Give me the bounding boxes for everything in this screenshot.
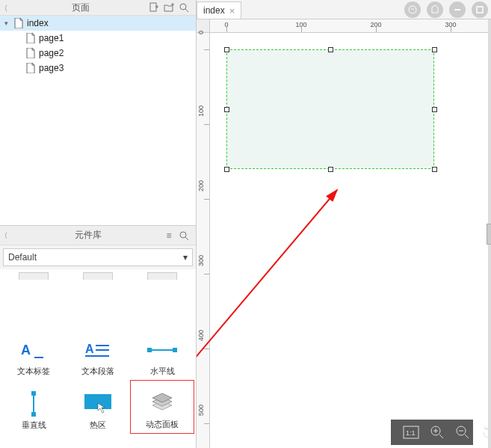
page-icon [25,63,36,73]
page-label: page1 [39,33,64,43]
svg-text:1:1: 1:1 [406,429,416,437]
text-label-icon: A [19,337,49,363]
tab-label: index [203,5,225,16]
editor-tabs: index × [197,0,491,19]
svg-rect-15 [147,348,152,352]
resize-handle[interactable] [328,47,333,52]
widget-text-paragraph[interactable]: A 文本段落 [66,326,130,380]
svg-line-41 [439,435,443,438]
library-selected-label: Default [8,252,37,263]
canvas[interactable]: 0100200300 0100200300400500 [197,19,491,448]
svg-point-7 [180,232,186,238]
tree-row-page1[interactable]: page1 [0,31,196,46]
add-folder-icon[interactable] [161,0,176,15]
h-line-icon [147,337,177,363]
resize-handle[interactable] [432,107,437,112]
collapse-icon[interactable]: ⟨ [4,231,15,239]
svg-text:A: A [85,343,94,355]
page-icon [13,18,24,28]
tree-row-page2[interactable]: page2 [0,46,196,61]
zoom-actual-button[interactable]: 1:1 [403,423,419,441]
close-tab-icon[interactable]: × [229,5,235,16]
tab-index[interactable]: index × [197,1,241,19]
collapse-icon[interactable]: ⟨ [4,4,15,12]
ruler-horizontal[interactable]: 0100200300 [210,19,491,33]
zoom-toolbar: 1:1 [391,420,473,445]
selected-widget[interactable] [226,49,434,169]
search-pages-icon[interactable] [176,0,191,15]
repeater-icon [83,445,113,448]
pages-tree[interactable]: ▾ index page1 page2 page3 [0,16,196,225]
widget-dynamic-panel[interactable]: 动态面板 [130,380,194,434]
resize-handle[interactable] [224,167,229,172]
widget-iframe[interactable]: 内联框架 [1,434,66,448]
svg-rect-17 [173,348,177,352]
tree-row-page3[interactable]: page3 [0,61,196,76]
svg-point-5 [180,4,186,10]
page-icon [25,48,36,58]
library-menu-icon[interactable]: ≡ [161,228,176,243]
widget-text-label[interactable]: A 文本标签 [1,326,66,380]
svg-line-8 [185,237,188,240]
add-page-icon[interactable] [146,0,161,15]
library-panel-header: ⟨ 元件库 ≡ [0,226,196,245]
resize-handle[interactable] [328,167,333,172]
svg-text:A: A [21,343,31,358]
refresh-button[interactable] [481,423,491,441]
tree-row-index[interactable]: ▾ index [0,16,196,31]
library-panel: ⟨ 元件库 ≡ Default ▾ A 文本标签 A 文本段落 [0,225,196,448]
resize-handle[interactable] [432,167,437,172]
page-label: page3 [39,63,64,73]
widget-h-line[interactable]: 水平线 [130,326,194,380]
svg-rect-20 [31,412,36,417]
expand-icon[interactable]: ▾ [4,19,13,27]
pages-panel-header: ⟨ 页面 [0,0,196,16]
svg-line-45 [465,435,469,438]
minimize-icon[interactable] [449,1,466,18]
pages-panel-title: 页面 [15,1,146,14]
widget-hotspot[interactable]: 热区 [66,380,130,434]
svg-line-6 [185,9,188,12]
annotation-arrow [197,168,359,392]
ruler-vertical[interactable]: 0100200300400500 [197,33,210,448]
library-panel-title: 元件库 [15,229,161,242]
v-line-icon [19,391,49,417]
stage[interactable] [210,33,491,448]
widget-repeater[interactable]: 中继器 [66,434,130,448]
zoom-out-button[interactable] [455,423,470,441]
zoom-in-button[interactable] [430,423,445,441]
chevron-down-icon: ▾ [183,252,188,263]
text-paragraph-icon: A [83,337,113,363]
widget-row-cut [1,272,194,280]
widget-grid: A 文本标签 A 文本段落 水平线 垂直线 热区 [0,269,196,448]
search-library-icon[interactable] [176,228,191,243]
page-icon [25,33,36,43]
resize-handle[interactable] [224,107,229,112]
library-select[interactable]: Default ▾ [3,248,193,266]
resize-handle[interactable] [432,47,437,52]
split-handle[interactable] [488,19,491,448]
svg-rect-0 [150,3,156,11]
page-label: index [27,18,49,28]
page-label: page2 [39,48,64,58]
svg-line-37 [197,190,337,384]
widget-v-line[interactable]: 垂直线 [1,380,66,434]
svg-rect-36 [477,7,483,13]
maximize-icon[interactable] [472,1,488,18]
preview-icon[interactable] [404,1,421,18]
dynamic-panel-icon [147,390,177,416]
share-icon[interactable] [427,1,443,18]
svg-rect-18 [31,391,36,396]
hotspot-icon [83,391,113,417]
resize-handle[interactable] [224,47,229,52]
iframe-icon [19,445,49,448]
